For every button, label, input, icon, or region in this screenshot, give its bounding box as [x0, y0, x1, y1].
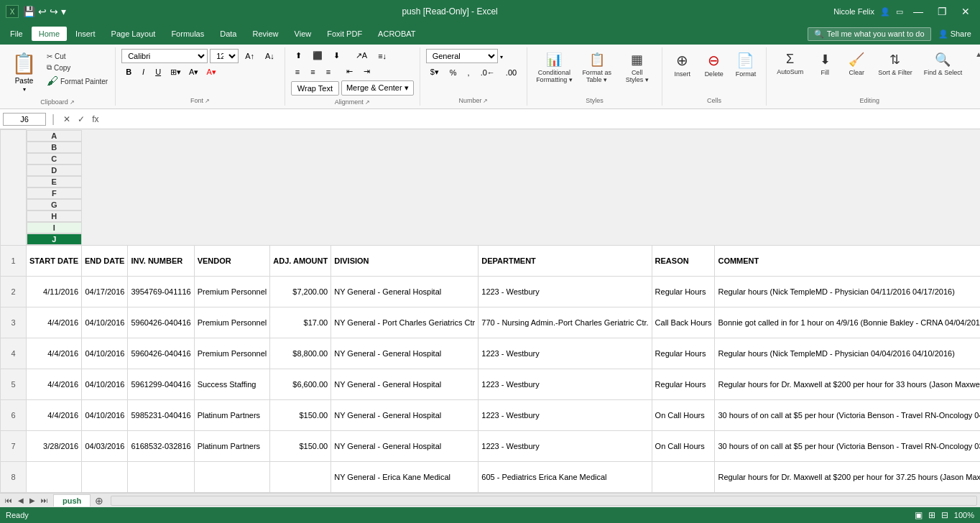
- col-header-I[interactable]: I: [27, 222, 82, 233]
- wrap-text-button[interactable]: Wrap Text: [291, 81, 339, 96]
- cell-D5[interactable]: Success Staffing: [194, 369, 270, 399]
- restore-btn[interactable]: ❐: [933, 6, 951, 17]
- clear-button[interactable]: 🧹 Clear: [842, 49, 871, 79]
- clipboard-expand-icon[interactable]: ↗: [70, 99, 75, 106]
- insert-function-btn[interactable]: fx: [89, 113, 101, 126]
- cell-A2[interactable]: 4/11/2016: [27, 276, 82, 307]
- cancel-formula-btn[interactable]: ✕: [60, 113, 73, 126]
- number-format-dropdown[interactable]: ▾: [500, 54, 503, 60]
- number-expand-icon[interactable]: ↗: [483, 98, 488, 104]
- cell-E1[interactable]: ADJ. AMOUNT: [270, 245, 331, 276]
- fill-color-btn[interactable]: A▾: [186, 66, 201, 78]
- cell-C7[interactable]: 6168532-032816: [128, 430, 194, 461]
- cell-H1[interactable]: REASON: [652, 245, 715, 276]
- italic-button[interactable]: I: [138, 65, 149, 78]
- bold-button[interactable]: B: [121, 65, 136, 78]
- ribbon-search[interactable]: 🔍 Tell me what you want to do: [808, 27, 931, 41]
- cell-F1[interactable]: DIVISION: [331, 245, 479, 276]
- sort-filter-button[interactable]: ⇅ Sort & Filter: [874, 49, 917, 79]
- align-center-btn[interactable]: ≡: [306, 65, 319, 78]
- cell-H6[interactable]: On Call Hours: [652, 399, 715, 430]
- cell-C8[interactable]: [128, 461, 194, 492]
- cell-A1[interactable]: START DATE: [27, 245, 82, 276]
- menu-view[interactable]: View: [287, 27, 319, 41]
- cell-G8[interactable]: 605 - Pediatrics Erica Kane Medical: [479, 461, 652, 492]
- comma-btn[interactable]: ,: [463, 66, 474, 79]
- row-num-1[interactable]: 1: [1, 245, 27, 276]
- row-num-4[interactable]: 4: [1, 338, 27, 369]
- format-painter-button[interactable]: 🖌 Format Painter: [45, 74, 109, 88]
- col-header-C[interactable]: C: [27, 153, 82, 165]
- cell-B7[interactable]: 04/03/2016: [82, 430, 128, 461]
- menu-acrobat[interactable]: ACROBAT: [371, 27, 422, 41]
- cell-B4[interactable]: 04/10/2016: [82, 338, 128, 369]
- cell-D3[interactable]: Premium Personnel: [194, 307, 270, 338]
- cell-I7[interactable]: 30 hours of on call at $5 per hour (Vict…: [715, 430, 980, 461]
- cell-C1[interactable]: INV. NUMBER: [128, 245, 194, 276]
- ribbon-expand-btn[interactable]: ▲: [972, 47, 980, 106]
- indent-btn[interactable]: ≡↓: [374, 50, 391, 63]
- cell-A8[interactable]: [27, 461, 82, 492]
- minimize-btn[interactable]: —: [909, 6, 928, 17]
- cell-B3[interactable]: 04/10/2016: [82, 307, 128, 338]
- cell-G3[interactable]: 770 - Nursing Admin.-Port Charles Geriat…: [479, 307, 652, 338]
- cell-H5[interactable]: Regular Hours: [652, 369, 715, 399]
- cell-G7[interactable]: 1223 - Westbury: [479, 430, 652, 461]
- cell-C5[interactable]: 5961299-040416: [128, 369, 194, 399]
- font-family-select[interactable]: Calibri: [121, 49, 208, 63]
- cell-I1[interactable]: COMMENT: [715, 245, 980, 276]
- add-sheet-button[interactable]: ⊕: [91, 495, 108, 506]
- menu-file[interactable]: File: [3, 27, 30, 41]
- cell-B8[interactable]: [82, 461, 128, 492]
- align-top-btn[interactable]: ⬆: [291, 49, 306, 63]
- last-sheet-btn[interactable]: ⏭: [39, 496, 50, 504]
- cell-E7[interactable]: $150.00: [270, 430, 331, 461]
- cell-H2[interactable]: Regular Hours: [652, 276, 715, 307]
- decrease-decimal-btn[interactable]: .0←: [476, 66, 499, 79]
- redo-icon[interactable]: ↪: [50, 6, 58, 17]
- cell-D8[interactable]: [194, 461, 270, 492]
- undo-icon[interactable]: ↩: [38, 6, 47, 17]
- cell-G1[interactable]: DEPARTMENT: [479, 245, 652, 276]
- row-num-2[interactable]: 2: [1, 276, 27, 307]
- row-num-5[interactable]: 5: [1, 369, 27, 399]
- cell-G5[interactable]: 1223 - Westbury: [479, 369, 652, 399]
- menu-formulas[interactable]: Formulas: [164, 27, 211, 41]
- decrease-indent-btn[interactable]: ⇤: [342, 65, 357, 78]
- first-sheet-btn[interactable]: ⏮: [3, 496, 14, 504]
- increase-font-btn[interactable]: A↑: [241, 50, 259, 63]
- menu-foxit[interactable]: Foxit PDF: [320, 27, 369, 41]
- menu-data[interactable]: Data: [213, 27, 244, 41]
- cell-D6[interactable]: Platinum Partners: [194, 399, 270, 430]
- view-layout-icon[interactable]: ⊞: [928, 510, 935, 520]
- menu-insert[interactable]: Insert: [68, 27, 103, 41]
- cell-F5[interactable]: NY General - General Hospital: [331, 369, 479, 399]
- align-middle-btn[interactable]: ⬛: [308, 49, 327, 63]
- number-format-select[interactable]: General: [426, 49, 498, 63]
- autosum-button[interactable]: Σ AutoSum: [772, 49, 808, 78]
- col-header-B[interactable]: B: [27, 142, 82, 153]
- cell-C6[interactable]: 5985231-040416: [128, 399, 194, 430]
- copy-button[interactable]: ⧉ Copy: [45, 63, 109, 73]
- cell-A7[interactable]: 3/28/2016: [27, 430, 82, 461]
- cell-C3[interactable]: 5960426-040416: [128, 307, 194, 338]
- col-header-F[interactable]: F: [27, 188, 82, 199]
- sheet-tab-push[interactable]: push: [53, 494, 91, 506]
- cell-E3[interactable]: $17.00: [270, 307, 331, 338]
- cell-F4[interactable]: NY General - General Hospital: [331, 338, 479, 369]
- paste-dropdown[interactable]: ▾: [23, 86, 26, 93]
- cell-B6[interactable]: 04/10/2016: [82, 399, 128, 430]
- text-rotate-btn[interactable]: ↗A: [351, 49, 371, 63]
- cell-H4[interactable]: Regular Hours: [652, 338, 715, 369]
- currency-btn[interactable]: $▾: [426, 65, 443, 79]
- cell-styles-button[interactable]: ▦ CellStyles ▾: [619, 49, 656, 86]
- increase-indent-btn[interactable]: ⇥: [359, 65, 374, 78]
- paste-button[interactable]: 📋 Paste ▾: [6, 49, 42, 96]
- cell-I8[interactable]: Regular hours for Dr. Maxwell at $200 pe…: [715, 461, 980, 492]
- align-left-btn[interactable]: ≡: [291, 65, 304, 78]
- alignment-expand-icon[interactable]: ↗: [365, 99, 370, 106]
- insert-button[interactable]: ⊕ Insert: [668, 49, 697, 80]
- font-size-select[interactable]: 12: [210, 49, 239, 63]
- cell-C4[interactable]: 5960426-040416: [128, 338, 194, 369]
- customize-qat-icon[interactable]: ▾: [61, 6, 66, 17]
